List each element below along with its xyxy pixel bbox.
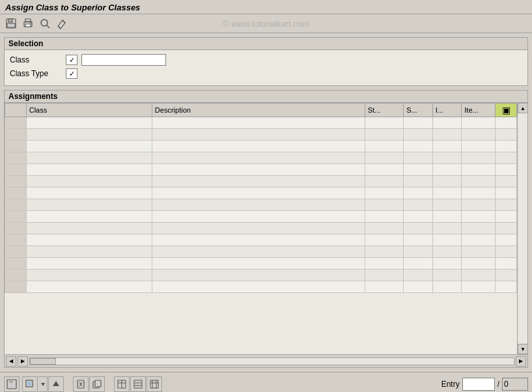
table-cell[interactable] <box>404 141 433 152</box>
table-cell[interactable] <box>26 152 152 164</box>
table-cell[interactable] <box>432 176 462 188</box>
table-cell[interactable] <box>432 234 462 246</box>
table-cell[interactable] <box>26 281 152 293</box>
table-cell[interactable] <box>404 258 433 270</box>
table-cell[interactable] <box>365 281 403 293</box>
table-cell[interactable] <box>432 188 462 199</box>
table-cell[interactable] <box>462 211 496 223</box>
table-cell[interactable] <box>462 129 496 141</box>
table-cell[interactable] <box>404 211 433 223</box>
table-cell[interactable] <box>365 129 403 141</box>
table-cell[interactable] <box>404 199 433 211</box>
scroll-up-btn[interactable]: ▲ <box>518 103 527 113</box>
table-cell[interactable] <box>462 234 496 246</box>
bottom-select-icon[interactable] <box>22 376 38 392</box>
table-cell[interactable] <box>462 188 496 199</box>
table-cell[interactable] <box>432 211 462 223</box>
table-cell[interactable] <box>432 141 462 152</box>
table-cell[interactable] <box>432 281 462 293</box>
class-input[interactable] <box>81 54 166 66</box>
table-cell[interactable] <box>462 199 496 211</box>
table-cell[interactable] <box>152 164 365 176</box>
bottom-up-icon[interactable] <box>48 376 64 392</box>
table-row[interactable] <box>5 188 517 199</box>
table-cell[interactable] <box>432 246 462 258</box>
table-cell[interactable] <box>496 129 517 141</box>
table-cell[interactable] <box>496 152 517 164</box>
table-row[interactable] <box>5 141 517 152</box>
table-cell[interactable] <box>404 270 433 281</box>
table-cell[interactable] <box>496 223 517 234</box>
bottom-del-icon[interactable] <box>73 376 89 392</box>
table-cell[interactable] <box>152 234 365 246</box>
table-cell[interactable] <box>365 199 403 211</box>
table-cell[interactable] <box>462 258 496 270</box>
table-row[interactable] <box>5 234 517 246</box>
table-row[interactable] <box>5 129 517 141</box>
table-cell[interactable] <box>365 246 403 258</box>
table-cell[interactable] <box>152 199 365 211</box>
table-cell[interactable] <box>152 129 365 141</box>
table-cell[interactable] <box>152 211 365 223</box>
table-cell[interactable] <box>26 199 152 211</box>
edit-icon[interactable] <box>55 16 69 31</box>
table-cell[interactable] <box>152 258 365 270</box>
table-cell[interactable] <box>462 176 496 188</box>
table-cell[interactable] <box>432 117 462 129</box>
table-cell[interactable] <box>462 164 496 176</box>
table-cell[interactable] <box>496 281 517 293</box>
class-type-checkbox[interactable]: ✓ <box>66 68 77 79</box>
table-cell[interactable] <box>365 117 403 129</box>
table-cell[interactable] <box>365 223 403 234</box>
table-cell[interactable] <box>365 258 403 270</box>
bottom-layout2-icon[interactable] <box>130 376 146 392</box>
table-cell[interactable] <box>365 211 403 223</box>
table-row[interactable] <box>5 152 517 164</box>
table-cell[interactable] <box>496 270 517 281</box>
table-cell[interactable] <box>26 176 152 188</box>
table-cell[interactable] <box>496 164 517 176</box>
bottom-save-icon[interactable] <box>4 376 20 392</box>
table-cell[interactable] <box>365 152 403 164</box>
table-row[interactable] <box>5 258 517 270</box>
table-cell[interactable] <box>404 129 433 141</box>
h-scroll-right-btn[interactable]: ▶ <box>18 356 28 367</box>
h-scroll-track[interactable] <box>29 357 514 365</box>
table-cell[interactable] <box>432 152 462 164</box>
table-cell[interactable] <box>432 199 462 211</box>
table-cell[interactable] <box>404 117 433 129</box>
table-cell[interactable] <box>496 234 517 246</box>
save-icon[interactable] <box>4 16 18 31</box>
table-cell[interactable] <box>26 129 152 141</box>
table-cell[interactable] <box>26 141 152 152</box>
table-cell[interactable] <box>365 176 403 188</box>
table-cell[interactable] <box>26 234 152 246</box>
table-cell[interactable] <box>26 117 152 129</box>
table-cell[interactable] <box>496 141 517 152</box>
table-cell[interactable] <box>404 152 433 164</box>
table-cell[interactable] <box>26 258 152 270</box>
table-cell[interactable] <box>152 223 365 234</box>
table-cell[interactable] <box>496 176 517 188</box>
table-cell[interactable] <box>365 270 403 281</box>
table-cell[interactable] <box>404 188 433 199</box>
table-cell[interactable] <box>152 246 365 258</box>
table-cell[interactable] <box>462 152 496 164</box>
table-cell[interactable] <box>462 141 496 152</box>
bottom-copy-icon[interactable] <box>89 376 105 392</box>
table-row[interactable] <box>5 164 517 176</box>
table-cell[interactable] <box>404 223 433 234</box>
table-row[interactable] <box>5 199 517 211</box>
table-cell[interactable] <box>496 199 517 211</box>
table-row[interactable] <box>5 176 517 188</box>
table-cell[interactable] <box>462 223 496 234</box>
table-cell[interactable] <box>432 223 462 234</box>
col-settings[interactable]: ▣ <box>496 104 517 117</box>
table-cell[interactable] <box>152 176 365 188</box>
table-row[interactable] <box>5 223 517 234</box>
table-cell[interactable] <box>26 246 152 258</box>
table-cell[interactable] <box>496 258 517 270</box>
table-cell[interactable] <box>152 117 365 129</box>
table-cell[interactable] <box>496 211 517 223</box>
table-cell[interactable] <box>404 176 433 188</box>
